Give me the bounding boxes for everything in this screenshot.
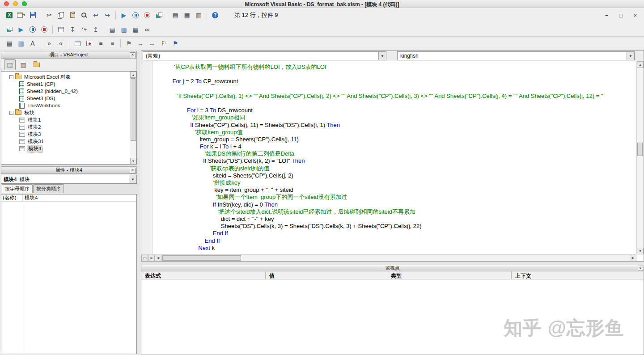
tree-item[interactable]: 模块2 [19,123,129,131]
project-explorer-icon[interactable]: ▤ [169,10,181,21]
tree-item-label[interactable]: 模块4 [27,145,42,152]
tree-item[interactable]: 模块3 [19,131,129,138]
step-over-icon[interactable]: ↷ [78,24,90,35]
tree-expander[interactable]: - [9,75,13,79]
minimize-button[interactable]: − [605,12,609,19]
reset-icon[interactable] [141,10,153,21]
object-browser-icon[interactable]: ▥ [193,10,204,21]
break-icon[interactable] [27,24,38,35]
immediate-window-icon[interactable]: ▥ [118,24,130,35]
breakpoint-margin[interactable] [141,61,153,254]
complete-word-icon[interactable]: A [27,38,38,49]
tree-item[interactable]: 模块1 [19,116,129,123]
toggle-breakpoint-icon[interactable] [83,38,95,49]
full-module-view-button[interactable]: ≡ [148,255,155,261]
code-line[interactable] [166,71,636,78]
help-icon[interactable]: ? [209,10,221,21]
code-line[interactable]: If Sheets("CP").Cells(j, 11) = Sheets("D… [166,122,636,129]
excel-icon[interactable]: X [4,10,15,21]
locals-window-icon[interactable]: ▤ [106,24,118,35]
watch-col-expression[interactable]: 表达式 [141,271,266,279]
scroll-thumb[interactable] [131,78,136,141]
copy-icon[interactable] [55,10,67,21]
code-line[interactable]: If Sheets("DS").Cells(k, 2) = "LOI" Then [166,157,636,165]
find-icon[interactable] [78,10,90,21]
tree-item[interactable]: -Microsoft Excel 对象 [9,73,129,80]
toggle-bookmark-icon[interactable]: ⚑ [123,38,135,49]
code-line[interactable]: End If [166,237,636,245]
code-line[interactable]: item_group = Sheets("CP").Cells(j, 11) [166,136,636,143]
tree-item[interactable]: Sheet2 (hidden_0_42) [19,88,129,95]
scroll-right-button[interactable]: ▶ [630,255,636,261]
tree-item[interactable]: Sheet1 (CP) [19,80,129,88]
tree-item[interactable]: ThisWorkbook [19,102,129,109]
grid-column-divider[interactable] [23,194,23,354]
watch-col-type[interactable]: 类型 [387,271,512,279]
code-line[interactable]: Sheets("DS").Cells(k, 3) = Sheets("DS").… [166,223,636,230]
code-line[interactable]: '如果item_group相同 [166,114,636,121]
close-button[interactable]: × [633,12,637,19]
uncomment-block-icon[interactable]: ≡ [106,38,118,49]
insert-userform-icon[interactable]: ▾ [15,10,27,21]
tree-item-label[interactable]: Sheet2 (hidden_0_42) [26,89,79,94]
outdent-icon[interactable]: « [55,38,67,49]
run-icon[interactable]: ▶ [118,10,130,21]
code-vertical-scrollbar[interactable]: ▲ ▼ [636,61,644,254]
view-object-icon[interactable]: ▦ [17,59,29,70]
indent-icon[interactable]: » [43,38,55,49]
property-value[interactable]: 模块4 [23,194,38,201]
properties-window-icon[interactable]: ▦ [181,10,193,21]
tree-item-label[interactable]: ThisWorkbook [26,103,61,108]
code-line[interactable]: 'If Sheets("CP").Cells(j, 1) <> "" And S… [166,93,636,100]
watch-col-context[interactable]: 上下文 [512,271,644,279]
tree-item[interactable]: 模块4 [19,145,129,152]
cut-icon[interactable]: ✂ [43,10,55,21]
watch-window-icon[interactable]: ▦ [130,24,141,35]
code-line[interactable]: If InStr(key, dic) = 0 Then [166,201,636,208]
design-mode-icon[interactable] [4,24,15,35]
scroll-up-button[interactable]: ▲ [130,72,136,78]
tree-expander[interactable]: - [9,111,13,115]
view-code-icon[interactable]: ▤ [4,59,16,70]
comment-block-icon[interactable]: ≡ [95,38,106,49]
procedure-dropdown[interactable]: kingfish ▼ [397,51,635,60]
code-line[interactable]: '获取item_group值 [166,129,636,136]
code-line[interactable] [166,100,636,107]
code-line[interactable]: '如果同一个Item_group下的同一个siteid没有累加过 [166,194,636,201]
scroll-up-button[interactable]: ▲ [637,61,644,68]
code-line[interactable]: For j = 2 To CP_rowcount [166,78,636,85]
code-line[interactable]: dict = dict + "-" + key [166,216,636,223]
tree-item-label[interactable]: 模块2 [27,124,42,131]
code-line[interactable]: '如果DS的第k行的第二列值是Delta [166,150,636,157]
chevron-down-icon[interactable]: ▼ [627,52,634,60]
next-bookmark-icon[interactable]: → [135,38,146,49]
scroll-down-button[interactable]: ▼ [130,158,136,164]
scroll-down-button[interactable]: ▼ [637,248,644,254]
project-tree-scrollbar[interactable]: ▲ ▼ [130,72,136,164]
property-row[interactable]: (名称) 模块4 [1,194,136,202]
watch-panel-close-icon[interactable]: × [638,266,643,271]
list-constants-icon[interactable]: ▥ [15,38,27,49]
code-line[interactable]: '把这个siteid放入dict,说明该siteid已经累加过，后续碰到相同的s… [166,208,636,216]
code-line[interactable]: key = item_group + "_" + siteid [166,186,636,194]
procedure-view-button[interactable]: ▭ [141,255,148,261]
clear-bookmarks-icon[interactable]: ⚐ [158,38,169,49]
step-into-icon[interactable]: ↧ [67,24,78,35]
bookmark-flag-icon[interactable]: ⚑ [169,38,181,49]
watch-col-value[interactable]: 值 [266,271,387,279]
object-dropdown[interactable]: (常规) ▼ [143,51,386,60]
chevron-down-icon[interactable]: ▼ [129,175,136,183]
tree-item-label[interactable]: 模块31 [27,138,45,145]
paste-icon[interactable] [67,10,78,21]
tree-item-label[interactable]: 模块 [23,110,35,116]
chevron-down-icon[interactable]: ▼ [378,52,386,60]
tab-categorized[interactable]: 按分类顺序 [33,184,64,193]
code-line[interactable]: '从CP表获取同一物料组下所有物料的LOI，放入DS表的LOI [166,63,636,71]
code-line[interactable] [166,85,636,93]
code-line[interactable]: Next k [166,245,636,252]
code-horizontal-scrollbar[interactable]: ▭ ≡ ◀ ▶ [141,254,636,261]
code-line[interactable]: '拼接成key [166,179,636,186]
hand-icon[interactable] [55,24,67,35]
code-line[interactable]: For k = i To i + 4 [166,143,636,150]
scroll-left-button[interactable]: ◀ [155,255,161,261]
